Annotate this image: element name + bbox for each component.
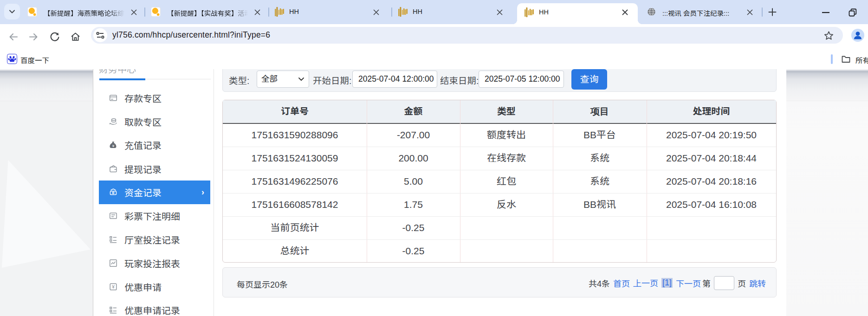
svg-text:¥: ¥ — [112, 143, 115, 148]
svg-text:¥: ¥ — [111, 284, 115, 290]
